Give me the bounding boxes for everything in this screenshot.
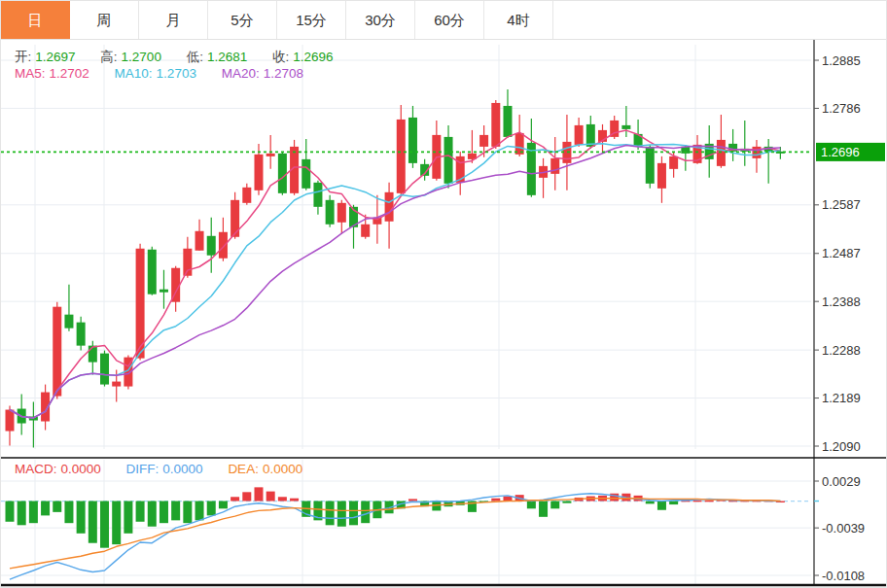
- ma5-label: MA5:: [15, 66, 46, 81]
- candle-down: [148, 250, 157, 294]
- macd-histogram-bar: [539, 502, 548, 517]
- macd-histogram-bar: [705, 501, 714, 502]
- macd-histogram-bar: [254, 487, 263, 501]
- macd-histogram-bar: [136, 502, 145, 522]
- ma5-value: 1.2702: [50, 66, 89, 81]
- macd-histogram-bar: [148, 502, 157, 527]
- candle-down: [621, 125, 630, 129]
- candle-down: [444, 137, 453, 184]
- ma10-label: MA10:: [115, 66, 153, 81]
- high-value: 1.2700: [122, 50, 161, 64]
- candle-up: [242, 188, 251, 203]
- macd-axis-label: -0.0108: [822, 569, 865, 583]
- candle-up: [231, 200, 239, 237]
- open-value: 1.2697: [35, 50, 75, 64]
- candle-down: [77, 323, 86, 346]
- macd-histogram-bar: [693, 501, 702, 502]
- candle-up: [575, 125, 584, 145]
- macd-histogram-bar: [18, 502, 26, 526]
- high-label: 高:: [100, 50, 117, 64]
- price-axis-background: [814, 40, 887, 586]
- candle-up: [254, 155, 263, 190]
- dea-value: 0.0000: [263, 462, 302, 476]
- candle-down: [89, 346, 97, 363]
- candle-up: [717, 140, 726, 166]
- macd-histogram-bar: [53, 502, 61, 512]
- candle-down: [503, 106, 512, 137]
- price-axis-label: 1.2786: [822, 101, 861, 116]
- price-axis-label: 1.2587: [822, 197, 861, 212]
- macd-histogram-bar: [562, 502, 571, 503]
- macd-histogram-bar: [231, 497, 239, 501]
- candle-down: [160, 290, 168, 293]
- ma20-label: MA20:: [222, 66, 260, 81]
- macd-histogram-bar: [290, 499, 299, 502]
- diff-value: 0.0000: [162, 462, 202, 476]
- dea-label: DEA:: [228, 462, 259, 476]
- macd-axis-label: -0.0039: [822, 521, 865, 536]
- candle-down: [207, 236, 216, 256]
- macd-histogram-bar: [29, 502, 38, 524]
- current-price-label: 1.2696: [821, 145, 860, 159]
- macd-legend: MACD:0.0000 DIFF:0.0000 DEA:0.0000: [15, 462, 306, 476]
- candle-up: [136, 249, 145, 359]
- candle-up: [491, 103, 500, 147]
- macd-histogram-bar: [646, 502, 655, 504]
- macd-histogram-bar: [349, 502, 358, 526]
- candle-down: [313, 183, 322, 207]
- candle-up: [112, 382, 121, 387]
- macd-histogram-bar: [408, 499, 417, 501]
- macd-histogram-bar: [195, 502, 204, 521]
- ma-legend: MA5:1.2702 MA10:1.2703 MA20:1.2708: [15, 66, 307, 81]
- macd-histogram-bar: [207, 502, 216, 516]
- macd-histogram-bar: [550, 502, 559, 509]
- macd-histogram-bar: [669, 502, 678, 505]
- ma10-value: 1.2703: [157, 66, 196, 81]
- candle-down: [408, 118, 417, 163]
- candle-up: [266, 154, 275, 156]
- price-axis-label: 1.2288: [822, 343, 861, 358]
- candle-up: [6, 410, 15, 432]
- candle-up: [479, 135, 488, 147]
- macd-histogram-bar: [657, 502, 666, 510]
- macd-histogram-bar: [100, 502, 109, 548]
- macd-histogram-bar: [160, 502, 168, 524]
- candle-down: [64, 315, 73, 329]
- ma20-value: 1.2708: [264, 66, 303, 81]
- macd-histogram-bar: [64, 502, 73, 524]
- kline-chart-app: 日周月5分15分30分60分4时 开:1.2697 高:1.2700 低:1.2…: [0, 0, 887, 588]
- close-label: 收:: [272, 50, 289, 64]
- diff-label: DIFF:: [126, 462, 160, 476]
- open-label: 开:: [15, 50, 31, 64]
- candle-down: [100, 354, 109, 385]
- macd-axis-label: 0.0029: [822, 474, 861, 489]
- macd-label: MACD:: [15, 462, 57, 476]
- macd-histogram-bar: [361, 502, 370, 524]
- macd-value: 0.0000: [61, 462, 101, 476]
- macd-histogram-bar: [527, 502, 536, 509]
- candle-up: [361, 225, 370, 237]
- candle-down: [278, 154, 287, 193]
- macd-histogram-bar: [171, 502, 180, 521]
- macd-histogram-bar: [337, 502, 346, 527]
- candle-up: [337, 203, 346, 223]
- macd-histogram-bar: [6, 502, 15, 522]
- close-value: 1.2696: [293, 50, 333, 64]
- candle-down: [302, 159, 310, 189]
- candle-down: [326, 200, 335, 225]
- low-value: 1.2681: [207, 50, 247, 64]
- macd-histogram-bar: [112, 502, 121, 545]
- low-label: 低:: [187, 50, 203, 64]
- kline-chart-canvas[interactable]: 1.28851.27861.25871.24871.23881.22881.21…: [1, 1, 887, 588]
- candle-up: [53, 307, 61, 397]
- macd-histogram-bar: [278, 497, 287, 501]
- macd-histogram-bar: [326, 502, 335, 526]
- macd-histogram-bar: [77, 502, 86, 534]
- macd-histogram-bar: [242, 492, 251, 501]
- macd-histogram-bar: [219, 502, 228, 509]
- price-axis-label: 1.2189: [822, 391, 861, 405]
- macd-histogram-bar: [183, 502, 192, 524]
- candle-up: [195, 231, 204, 251]
- price-axis-label: 1.2885: [822, 53, 861, 68]
- candle-up: [385, 192, 394, 222]
